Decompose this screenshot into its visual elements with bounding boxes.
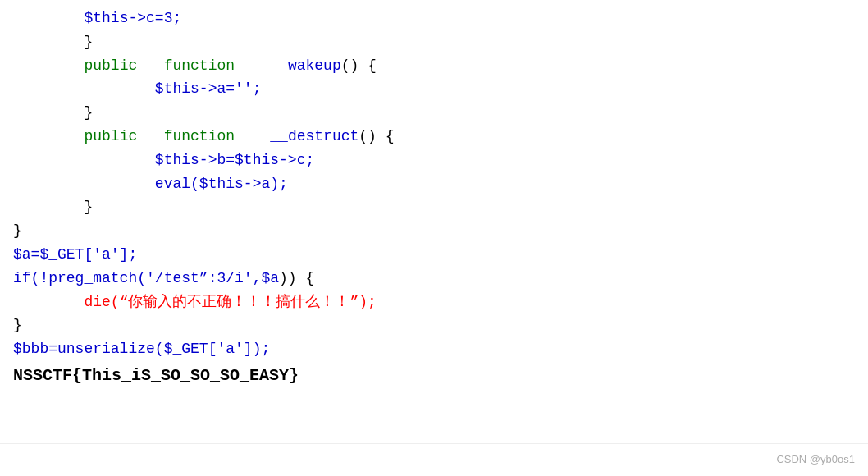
code-line-13: die(“你输入的不正确！！！搞什么！！”); — [0, 291, 868, 314]
code-line-4: $this->a=''; — [0, 77, 868, 101]
code-line-12: if(!preg_match('/test”:3/i',$a)) { — [0, 267, 868, 291]
code-line-3: public function __wakeup() { — [0, 54, 868, 78]
footer-bar: CSDN @yb0os1 — [0, 443, 868, 476]
code-line-15: $bbb=unserialize($_GET['a']); — [0, 337, 868, 361]
code-line-2: } — [0, 30, 868, 54]
watermark-text: CSDN @yb0os1 — [776, 451, 855, 469]
code-line-5: } — [0, 101, 868, 125]
code-line-flag: NSSCTF{This_iS_SO_SO_SO_EASY} — [0, 363, 868, 389]
code-line-1: $this->c=3; — [0, 7, 868, 30]
code-line-9: } — [0, 195, 868, 219]
code-line-6: public function __destruct() { — [0, 125, 868, 149]
code-line-8: eval($this->a); — [0, 172, 868, 196]
code-block: $this->c=3; } public function __wakeup()… — [0, 0, 868, 443]
code-line-11: $a=$_GET['a']; — [0, 243, 868, 267]
code-line-10: } — [0, 219, 868, 243]
code-line-7: $this->b=$this->c; — [0, 149, 868, 172]
code-line-14: } — [0, 314, 868, 337]
